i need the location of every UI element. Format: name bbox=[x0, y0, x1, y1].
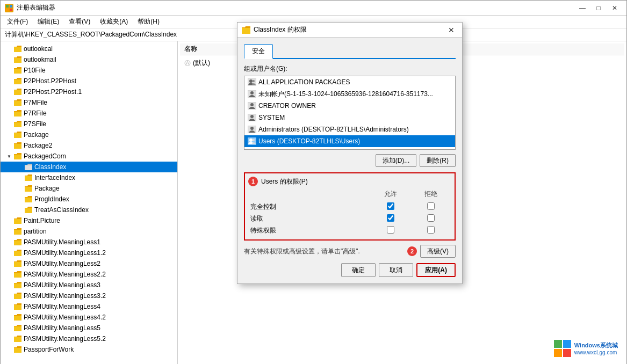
table-row: 读取 bbox=[248, 213, 451, 224]
svg-rect-18 bbox=[554, 340, 562, 348]
svg-point-14 bbox=[250, 127, 254, 130]
allow-full-control-checkbox[interactable] bbox=[387, 202, 394, 210]
folder-icon bbox=[24, 173, 33, 182]
watermark-line2: www.wxcLgg.com bbox=[574, 350, 618, 355]
list-item[interactable]: ProgIdIndex bbox=[1, 194, 177, 205]
list-item[interactable]: outlookmail bbox=[1, 54, 177, 65]
tab-security[interactable]: 安全 bbox=[244, 44, 273, 59]
ok-button[interactable]: 确定 bbox=[341, 263, 376, 277]
dialog-close-button[interactable]: ✕ bbox=[445, 25, 458, 35]
dialog-folder-icon bbox=[242, 26, 250, 34]
user-list-item[interactable]: Administrators (DESKTOP-82TLHLS\Administ… bbox=[244, 123, 455, 135]
user-group-icon bbox=[248, 78, 256, 86]
user-name: SYSTEM bbox=[258, 114, 285, 121]
list-item[interactable]: PASMUtility.MeaningLess1.2 bbox=[1, 247, 177, 258]
list-item[interactable]: Package bbox=[1, 129, 177, 140]
tree-arrow-placeholder bbox=[5, 98, 13, 107]
tree-arrow-placeholder bbox=[5, 55, 13, 64]
menu-view[interactable]: 查看(V) bbox=[64, 16, 95, 27]
dialog-title-bar: ClassIndex 的权限 ✕ bbox=[237, 23, 462, 38]
user-list-item[interactable]: ALL APPLICATION PACKAGES bbox=[244, 76, 455, 88]
list-item[interactable]: P2PHost.P2PHost.1 bbox=[1, 86, 177, 97]
list-item[interactable]: PASMUtility.MeaningLess5 bbox=[1, 323, 177, 333]
app-title: 注册表编辑器 bbox=[17, 3, 55, 12]
list-item[interactable]: PASMUtility.MeaningLess3 bbox=[1, 280, 177, 290]
folder-icon bbox=[24, 206, 33, 214]
allow-special-checkbox[interactable] bbox=[387, 226, 394, 234]
tree-arrow-placeholder bbox=[16, 184, 24, 193]
tree-item-label: P7RFile bbox=[24, 110, 47, 117]
perm-table: 允许 拒绝 完全控制 bbox=[248, 190, 451, 236]
list-item[interactable]: ▼ PackagedCom bbox=[1, 151, 177, 162]
user-list-item[interactable]: CREATOR OWNER bbox=[244, 100, 455, 112]
tree-item-label: PASMUtility.MeaningLess4.2 bbox=[24, 314, 106, 321]
tree-item-label: PassportForWork bbox=[24, 346, 74, 353]
tree-item-label: partition bbox=[24, 228, 47, 235]
user-list-box[interactable]: ALL APPLICATION PACKAGES 未知帐户(S-1-15-3-1… bbox=[244, 76, 456, 150]
list-item[interactable]: TreatAsClassIndex bbox=[1, 205, 177, 215]
add-user-button[interactable]: 添加(D)... bbox=[376, 154, 417, 167]
user-list-item[interactable]: 未知帐户(S-1-15-3-1024-1065365936-1281604716… bbox=[244, 88, 455, 100]
tree-item-label: outlookcal bbox=[24, 45, 53, 53]
menu-favorites[interactable]: 收藏夹(A) bbox=[96, 16, 132, 27]
tree-item-label: InterfaceIndex bbox=[34, 174, 75, 181]
list-item[interactable]: PASMUtility.MeaningLess4.2 bbox=[1, 312, 177, 323]
user-group-icon bbox=[248, 113, 256, 122]
tree-arrow-placeholder bbox=[5, 66, 13, 75]
user-name: Users (DESKTOP-82TLHLS\Users) bbox=[258, 137, 360, 145]
list-item[interactable]: ClassIndex bbox=[1, 162, 177, 172]
list-item[interactable]: partition bbox=[1, 226, 177, 237]
minimize-button[interactable]: — bbox=[575, 3, 590, 13]
user-list-item[interactable]: SYSTEM bbox=[244, 112, 455, 123]
menu-file[interactable]: 文件(F) bbox=[3, 16, 32, 27]
folder-icon bbox=[13, 292, 22, 300]
tree-arrow-placeholder bbox=[5, 292, 13, 300]
svg-point-17 bbox=[253, 139, 255, 141]
list-item[interactable]: Paint.Picture bbox=[1, 215, 177, 226]
list-item[interactable]: P10File bbox=[1, 65, 177, 76]
tree-panel[interactable]: outlookcal outlookmail P10File bbox=[1, 41, 178, 364]
tree-item-label: P7MFile bbox=[24, 99, 47, 106]
close-button[interactable]: ✕ bbox=[607, 3, 622, 13]
list-item[interactable]: outlookcal bbox=[1, 43, 177, 54]
list-item[interactable]: PASMUtility.MeaningLess1 bbox=[1, 237, 177, 247]
deny-full-control-checkbox[interactable] bbox=[427, 202, 435, 210]
list-item[interactable]: PassportForWork bbox=[1, 344, 177, 355]
list-item[interactable]: P7MFile bbox=[1, 97, 177, 108]
perm-allow-cell bbox=[370, 201, 411, 213]
list-item[interactable]: Package bbox=[1, 183, 177, 194]
folder-icon bbox=[13, 141, 22, 150]
tree-arrow-placeholder bbox=[5, 313, 13, 322]
deny-special-checkbox[interactable] bbox=[427, 226, 435, 234]
tree-expand-icon[interactable]: ▼ bbox=[5, 152, 13, 161]
list-item[interactable]: P2PHost.P2PHost bbox=[1, 76, 177, 86]
maximize-button[interactable]: □ bbox=[591, 3, 606, 13]
allow-read-checkbox[interactable] bbox=[387, 214, 394, 222]
folder-icon bbox=[13, 259, 22, 268]
list-item[interactable]: PASMUtility.MeaningLess5.2 bbox=[1, 333, 177, 344]
tree-arrow-placeholder bbox=[5, 227, 13, 236]
list-item[interactable]: PASMUtility.MeaningLess4 bbox=[1, 301, 177, 312]
folder-icon bbox=[13, 66, 22, 75]
list-item[interactable]: PASMUtility.MeaningLess3.2 bbox=[1, 290, 177, 301]
table-row: 特殊权限 bbox=[248, 224, 451, 236]
menu-edit[interactable]: 编辑(E) bbox=[33, 16, 63, 27]
apply-button[interactable]: 应用(A) bbox=[416, 263, 456, 277]
deny-read-checkbox[interactable] bbox=[427, 214, 435, 222]
remove-user-button[interactable]: 删除(R) bbox=[420, 154, 456, 167]
tree-arrow-placeholder bbox=[5, 259, 13, 268]
tree-arrow-placeholder bbox=[5, 216, 13, 225]
user-group-icon bbox=[248, 101, 256, 110]
list-item[interactable]: PASMUtility.MeaningLess2 bbox=[1, 258, 177, 269]
dialog-bottom-buttons: 确定 取消 应用(A) bbox=[244, 263, 456, 277]
title-bar-controls: — □ ✕ bbox=[575, 3, 622, 13]
advanced-button[interactable]: 高级(V) bbox=[420, 245, 456, 258]
cancel-button[interactable]: 取消 bbox=[379, 263, 413, 277]
user-list-item[interactable]: Users (DESKTOP-82TLHLS\Users) bbox=[244, 135, 455, 147]
menu-help[interactable]: 帮助(H) bbox=[133, 16, 164, 27]
list-item[interactable]: P7SFile bbox=[1, 119, 177, 129]
list-item[interactable]: Package2 bbox=[1, 140, 177, 151]
list-item[interactable]: P7RFile bbox=[1, 108, 177, 119]
list-item[interactable]: InterfaceIndex bbox=[1, 172, 177, 183]
list-item[interactable]: PASMUtility.MeaningLess2.2 bbox=[1, 269, 177, 280]
